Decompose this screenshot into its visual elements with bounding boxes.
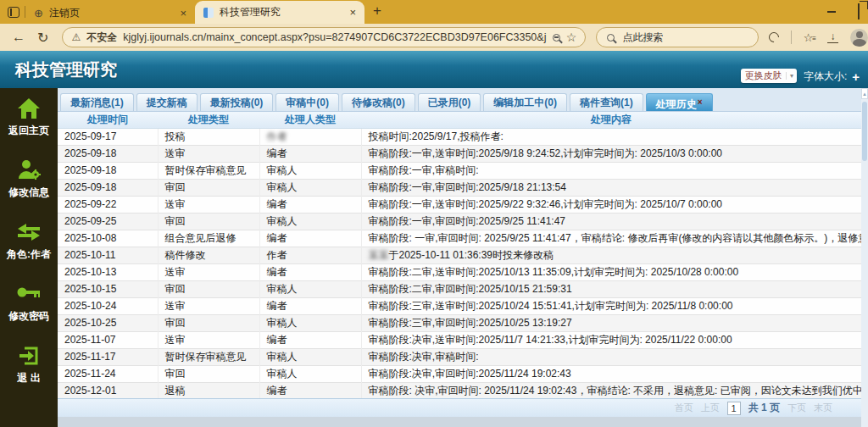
page-total-label: 共 1 页 [748, 401, 780, 415]
table-cell: 2025-11-07 [58, 331, 158, 348]
cell-text: 作者 [267, 249, 287, 261]
close-tab-icon[interactable]: × [178, 7, 188, 19]
history-table: 处理时间 处理类型 处理人类型 处理内容 2025-09-17投稿作者投稿时间:… [58, 112, 861, 398]
reload-button[interactable]: ↻ [37, 30, 48, 46]
sidebar-item-label: 退 出 [17, 371, 40, 385]
table-header-row: 处理时间 处理类型 处理人类型 处理内容 [58, 112, 861, 128]
module-tab-label: 最新消息(1) [70, 97, 124, 108]
zoom-out-icon[interactable] [553, 34, 560, 42]
module-tab[interactable]: 最新投稿(0) [200, 93, 274, 111]
module-tab[interactable]: 最新消息(1) [60, 93, 134, 111]
window-controls [827, 0, 860, 24]
sidebar-item-label: 修改信息 [8, 186, 49, 200]
table-cell: 审稿人 [259, 314, 361, 331]
browser-toolbar: ← ↻ ⚠ 不安全 kjglyj.ijournals.cn/mainx_conc… [0, 24, 868, 51]
cell-text: 审稿人 [267, 215, 298, 227]
pagination-bar: 首页 上页 1 共 1 页 下页 末页 [58, 398, 861, 417]
table-cell: 审稿人 [259, 280, 361, 297]
download-icon[interactable]: ↓ [827, 31, 838, 43]
sidebar-item-edit-info[interactable]: 修改信息 [8, 158, 49, 200]
favorites-bar-icon[interactable]: ☆≡ [804, 31, 815, 44]
change-skin-label: 更换皮肤 [741, 69, 786, 82]
cell-text: 送审 [165, 198, 186, 210]
table-cell: 退稿 [158, 382, 259, 398]
table-cell: 审稿阶段:一审,审回时间:2025/9/25 11:41:47 [361, 213, 861, 230]
pagination-first[interactable]: 首页 [675, 402, 693, 414]
module-tab[interactable]: 编辑加工中(0) [483, 93, 567, 111]
browser-tab-logout-page[interactable]: ⊕ 注销页 × [25, 2, 195, 24]
browser-tabbar: ⊕ 注销页 × 科技管理研究 × + [0, 0, 868, 24]
search-placeholder[interactable]: 点此搜索 [622, 30, 663, 45]
url-bar[interactable]: ⚠ 不安全 kjglyj.ijournals.cn/mainx_concept.… [62, 27, 586, 47]
table-cell: 2025-10-11 [58, 247, 158, 263]
sidebar: 返回主页 修改信息 角色:作者 [0, 88, 58, 427]
sidebar-item-password[interactable]: 修改密码 [8, 282, 49, 324]
module-tab[interactable]: 稿件查询(1) [570, 93, 643, 111]
module-tab-close-icon[interactable]: × [698, 97, 703, 107]
module-tab[interactable]: 处理历史× [646, 93, 713, 111]
vertical-scrollbar[interactable]: ▲ [861, 88, 868, 427]
collections-icon[interactable] [766, 30, 781, 45]
cell-text: 审稿人 [267, 181, 298, 193]
new-tab-button[interactable]: + [373, 3, 381, 19]
font-increase-button[interactable]: + [852, 69, 860, 84]
cell-text: 暂时保存审稿意见 [165, 351, 247, 363]
cell-text: 审稿人 [267, 283, 298, 295]
cell-text: 编者 [267, 385, 287, 396]
profile-avatar[interactable] [850, 29, 868, 47]
cell-text: 审稿阶段:一审,审回时间:2025/9/25 11:41:47 [369, 215, 566, 227]
scrollbar-thumb[interactable] [862, 102, 867, 161]
module-tab-label: 审稿中(0) [286, 97, 329, 108]
table-row: 2025-10-25审回审稿人审稿阶段:三审,审回时间:2025/10/25 1… [58, 314, 861, 331]
table-cell: 2025-10-25 [58, 314, 158, 331]
cell-text: 审稿阶段:一审,送审时间:2025/9/18 9:24:52,计划审完时间为: … [369, 147, 723, 159]
module-tab[interactable]: 已录用(0) [418, 93, 481, 111]
cell-text: 编者 [267, 232, 287, 244]
sidebar-item-role[interactable]: 角色:作者 [7, 220, 51, 262]
header-process-time: 处理时间 [58, 112, 158, 128]
workspaces-icon[interactable] [8, 7, 19, 18]
pagination-next[interactable]: 下页 [787, 402, 806, 414]
cell-text: 审稿阶段: 决审,审回时间: 2025/11/24 19:02:43，审稿结论:… [369, 385, 862, 396]
scroll-up-icon[interactable]: ▲ [861, 88, 868, 99]
module-tabs: 最新消息(1)提交新稿最新投稿(0)审稿中(0)待修改稿(0)已录用(0)编辑加… [58, 88, 861, 111]
table-row: 2025-09-18审回审稿人审稿阶段:一审,审回时间:2025/9/18 21… [58, 179, 861, 196]
cell-text: 2025-09-25 [64, 215, 116, 227]
table-cell: 2025-09-18 [58, 162, 158, 179]
minimize-button[interactable] [827, 11, 836, 13]
restore-button[interactable] [858, 4, 860, 19]
browser-tab-journal[interactable]: 科技管理研究 × [195, 1, 364, 24]
back-button[interactable]: ← [12, 30, 25, 45]
close-tab-icon[interactable]: × [348, 6, 358, 19]
page-number-box[interactable]: 1 [727, 402, 741, 415]
search-icon [607, 34, 615, 42]
not-secure-label[interactable]: 不安全 [86, 30, 117, 45]
pagination-prev[interactable]: 上页 [701, 402, 720, 414]
sidebar-item-label: 返回主页 [8, 124, 49, 138]
url-text[interactable]: kjglyj.ijournals.cn/mainx_concept.aspx?p… [123, 31, 547, 43]
search-box[interactable]: 点此搜索 [596, 27, 758, 47]
logout-icon [16, 344, 42, 368]
module-tab[interactable]: 提交新稿 [136, 93, 198, 111]
globe-icon: ⊕ [34, 7, 43, 19]
sidebar-item-home[interactable]: 返回主页 [8, 97, 49, 138]
cell-text: 投稿时间:2025/9/17,投稿作者: [369, 130, 504, 142]
bookmark-star-icon[interactable]: ☆ [566, 30, 577, 44]
cell-text: 审稿阶段:一审,送审时间:2025/9/22 9:32:46,计划审完时间为: … [369, 198, 723, 210]
cell-text: 编者 [267, 266, 287, 278]
history-table-body: 2025-09-17投稿作者投稿时间:2025/9/17,投稿作者:2025-0… [58, 128, 861, 398]
module-tab[interactable]: 待修改稿(0) [342, 93, 415, 111]
cell-text: 2025-11-17 [64, 351, 116, 363]
pagination-last[interactable]: 末页 [814, 402, 832, 414]
cell-text: 审稿阶段:二审,审回时间:2025/10/15 21:59:31 [369, 283, 572, 295]
table-cell: 审回 [158, 213, 259, 230]
table-cell: 组合意见后退修 [158, 230, 259, 247]
minimize-icon [827, 11, 836, 13]
change-skin-dropdown[interactable]: 更换皮肤 ▾ [741, 69, 797, 83]
module-tab[interactable]: 审稿中(0) [275, 93, 339, 111]
table-cell: 作者 [259, 247, 361, 263]
table-cell: 审回 [158, 314, 259, 331]
sidebar-item-logout[interactable]: 退 出 [16, 344, 42, 385]
cell-text: 送审 [165, 266, 186, 278]
table-cell: 2025-11-24 [58, 365, 158, 382]
